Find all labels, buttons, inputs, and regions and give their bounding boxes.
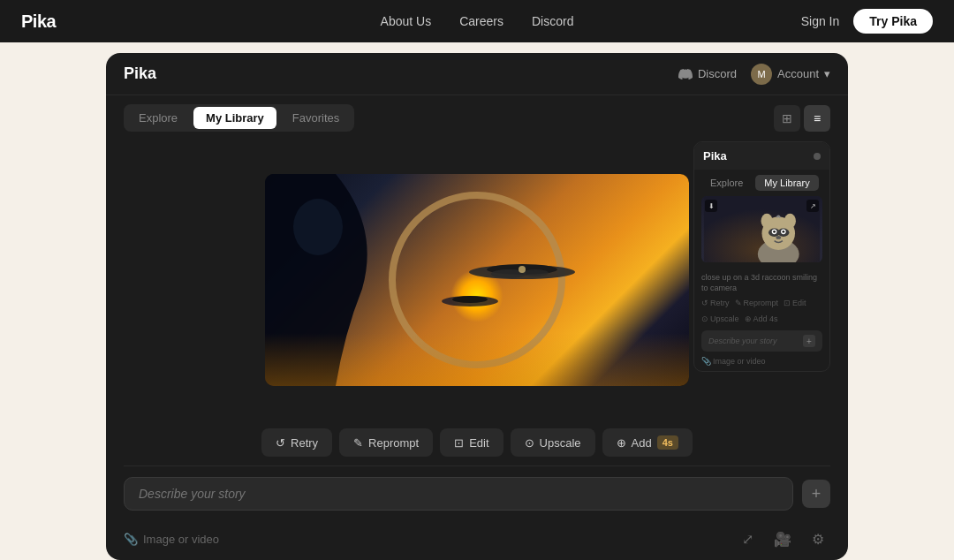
prompt-area: + (106, 466, 848, 521)
app-header-right: Discord M Account ▾ (678, 64, 830, 85)
mini-thumb-download-icon[interactable]: ⬇ (705, 200, 717, 212)
attachment-button[interactable]: 📎 Image or video (124, 533, 219, 546)
svg-point-4 (519, 266, 526, 273)
app-header: Pika Discord M Account ▾ (106, 53, 848, 95)
camera-button[interactable]: 🎥 (770, 526, 795, 551)
attachment-label: Image or video (143, 533, 219, 546)
mini-action-row: ↺ Retry ✎ Reprompt ⊡ Edit (694, 295, 829, 311)
raccoon-illustration (701, 196, 822, 262)
svg-point-12 (784, 214, 796, 229)
edit-button[interactable]: ⊡ Edit (440, 428, 503, 457)
view-grid-button[interactable]: ⊞ (774, 105, 800, 132)
nav-link-careers[interactable]: Careers (459, 14, 504, 28)
paperclip-icon: 📎 (124, 533, 138, 546)
account-button[interactable]: M Account ▾ (751, 64, 830, 85)
mini-tabs: Explore My Library (694, 170, 829, 196)
settings-icon: ⚙ (812, 531, 824, 548)
mini-add[interactable]: ⊕ Add 4s (745, 314, 778, 323)
mini-prompt-text: Describe your story (708, 337, 777, 345)
tab-my-library[interactable]: My Library (193, 107, 276, 129)
mini-thumb-icons: ⬇ (705, 200, 717, 212)
svg-point-18 (782, 231, 784, 233)
expand-icon: ⤢ (742, 531, 753, 548)
svg-point-19 (776, 236, 781, 239)
top-navigation: Pika About Us Careers Discord Sign In Tr… (0, 0, 954, 42)
grid-icon: ⊞ (782, 111, 792, 125)
edit-icon: ⊡ (454, 436, 464, 450)
mini-prompt-add[interactable]: + (803, 335, 815, 347)
discord-button[interactable]: Discord (678, 67, 737, 81)
mini-panel: Pika Explore My Library (693, 141, 830, 372)
reprompt-button[interactable]: ✎ Reprompt (339, 428, 433, 457)
mini-attachment[interactable]: 📎 Image or video (701, 357, 766, 366)
mini-prompt-box: Describe your story + (701, 330, 822, 352)
nav-link-discord[interactable]: Discord (532, 14, 573, 28)
mini-upscale-row: ⊙ Upscale ⊕ Add 4s (694, 311, 829, 327)
mini-retry[interactable]: ↺ Retry (701, 299, 730, 307)
mini-tools-row: 📎 Image or video (694, 355, 829, 371)
tab-favorites[interactable]: Favorites (280, 107, 352, 129)
small-spaceship-icon (435, 291, 505, 313)
mini-caption: close up on a 3d raccoon smiling to came… (694, 269, 829, 295)
discord-label: Discord (698, 67, 737, 80)
add-button[interactable]: ⊕ Add 4s (602, 428, 693, 457)
tab-bar: Explore My Library Favorites ⊞ ≡ (106, 95, 848, 140)
svg-point-6 (452, 296, 488, 303)
upscale-icon: ⊙ (525, 436, 534, 450)
sign-in-button[interactable]: Sign In (801, 14, 840, 28)
action-bar: ↺ Retry ✎ Reprompt ⊡ Edit ⊙ Upscale ⊕ Ad… (106, 420, 848, 465)
mini-panel-logo: Pika (703, 149, 727, 163)
nav-links: About Us Careers Discord (381, 14, 574, 28)
account-label: Account (777, 67, 819, 80)
video-background (265, 174, 689, 386)
mini-thumb-right: ↗ (806, 200, 819, 212)
app-container: Pika Discord M Account ▾ Explore My Libr… (106, 53, 848, 560)
tab-explore[interactable]: Explore (126, 107, 190, 129)
nav-right: Sign In Try Pika (801, 9, 933, 34)
expand-button[interactable]: ⤢ (735, 526, 760, 551)
prompt-row: + (124, 477, 830, 511)
mini-panel-dot (814, 153, 821, 160)
retry-button[interactable]: ↺ Retry (261, 428, 332, 457)
try-pika-button[interactable]: Try Pika (853, 9, 933, 34)
retry-icon: ↺ (276, 436, 285, 450)
svg-point-7 (293, 199, 343, 255)
camera-icon: 🎥 (774, 531, 791, 548)
app-logo: Pika (124, 64, 156, 83)
svg-point-3 (522, 269, 549, 276)
mini-upscale[interactable]: ⊙ Upscale (701, 314, 739, 323)
svg-point-17 (773, 231, 776, 233)
tabs-group: Explore My Library Favorites (124, 104, 354, 132)
view-toggles: ⊞ ≡ (774, 105, 830, 132)
nav-link-about[interactable]: About Us (381, 14, 432, 28)
video-player[interactable] (265, 174, 689, 386)
spaceship-icon (456, 254, 588, 290)
mini-tab-explore[interactable]: Explore (701, 175, 752, 191)
atmosphere-glow (265, 333, 689, 386)
mini-panel-header: Pika (694, 142, 829, 170)
tool-right: ⤢ 🎥 ⚙ (735, 526, 830, 551)
upscale-button[interactable]: ⊙ Upscale (511, 428, 595, 457)
mini-thumbnail: ⬇ ↗ (701, 196, 822, 262)
mini-reprompt[interactable]: ✎ Reprompt (735, 299, 779, 307)
add-badge: 4s (657, 435, 678, 450)
prompt-add-button[interactable]: + (802, 480, 830, 508)
avatar: M (751, 64, 772, 85)
nav-logo: Pika (21, 11, 56, 32)
mini-thumb-share-icon[interactable]: ↗ (806, 200, 819, 212)
add-icon: ⊕ (617, 436, 626, 450)
list-icon: ≡ (814, 111, 821, 125)
svg-point-11 (761, 214, 773, 229)
tool-row: 📎 Image or video ⤢ 🎥 ⚙ (106, 521, 848, 560)
mini-edit[interactable]: ⊡ Edit (784, 299, 806, 307)
mini-tab-my-library[interactable]: My Library (755, 175, 818, 191)
prompt-input[interactable] (124, 477, 793, 511)
settings-button[interactable]: ⚙ (806, 526, 830, 551)
reprompt-icon: ✎ (353, 436, 363, 450)
chevron-down-icon: ▾ (824, 67, 830, 80)
view-list-button[interactable]: ≡ (804, 105, 830, 132)
discord-icon (678, 67, 693, 81)
